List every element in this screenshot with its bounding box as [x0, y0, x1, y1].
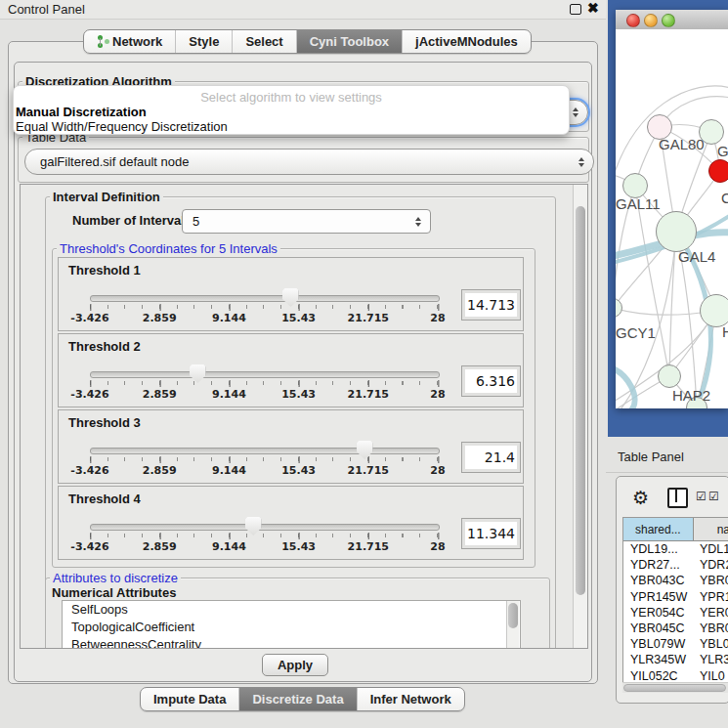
slider-track[interactable]: [90, 371, 440, 378]
scale-label: -3.426: [70, 388, 108, 401]
cell: YBR043C: [623, 574, 696, 587]
slider-track[interactable]: [90, 295, 440, 302]
threshold-4-slider[interactable]: -3.426 2.859 9.144 15.43 21.715 28: [90, 524, 438, 553]
threshold-3-value-input[interactable]: 21.4: [461, 442, 521, 473]
tab-impute-data[interactable]: Impute Data: [141, 688, 239, 710]
network-canvas[interactable]: GAL80 G GAL11 C GAL4 GCY1 H HAP2: [616, 29, 728, 408]
tab-network[interactable]: Network: [84, 30, 176, 53]
list-item[interactable]: TopologicalCoefficient: [63, 619, 520, 636]
table-header-row: shared... na: [623, 518, 728, 541]
scale-label: 9.144: [212, 388, 246, 401]
scrollbar-thumb[interactable]: [576, 206, 585, 595]
threshold-2-slider[interactable]: -3.426 2.859 9.144 15.43 21.715 28: [90, 371, 438, 401]
tab-select[interactable]: Select: [233, 30, 296, 53]
control-panel-tabs: Network Style Select Cyni Toolbox jActiv…: [83, 29, 532, 54]
table-horizontal-scrollbar[interactable]: [622, 682, 728, 693]
cell: YDL19...: [623, 542, 696, 556]
slider-scale: -3.426 2.859 9.144 15.43 21.715 28: [90, 538, 438, 552]
tab-label: Cyni Toolbox: [310, 34, 389, 49]
threshold-2-label: Threshold 2: [68, 339, 141, 354]
threshold-1-panel: Threshold 1 -3.426 2.859 9.144 15.43 21.…: [58, 257, 524, 331]
settings-scrollbar[interactable]: [573, 185, 587, 648]
table-data-selected: galFiltered.sif default node: [40, 154, 189, 169]
checkbox-icon[interactable]: ☑: [708, 490, 719, 503]
network-node-h[interactable]: [700, 294, 728, 327]
table-row[interactable]: YBR045CYBR0: [623, 621, 728, 636]
apply-button[interactable]: Apply: [262, 654, 328, 676]
window-zoom-icon[interactable]: [662, 14, 675, 27]
gear-icon[interactable]: ⚙: [632, 489, 649, 507]
column-header-name[interactable]: na: [694, 518, 728, 540]
network-window-titlebar[interactable]: [616, 10, 728, 30]
network-node-gal4[interactable]: [656, 211, 697, 252]
tab-discretize-data[interactable]: Discretize Data: [239, 688, 357, 710]
threshold-3-panel: Threshold 3 -3.426 2.859 9.144 15.43 21.…: [58, 409, 524, 484]
table-row[interactable]: YPR145WYPR1: [623, 589, 728, 605]
slider-ticks: [90, 457, 438, 461]
column-header-shared-name[interactable]: shared...: [623, 518, 694, 540]
table-row[interactable]: YER054CYER0: [623, 605, 728, 621]
threshold-3-slider[interactable]: -3.426 2.859 9.144 15.43 21.715 28: [90, 448, 438, 477]
threshold-2-value-input[interactable]: 6.316: [461, 365, 521, 397]
control-panel-titlebar: Control Panel ✖: [0, 0, 606, 20]
tab-label: Infer Network: [370, 692, 451, 707]
network-node-selected[interactable]: [708, 159, 728, 183]
scale-label: 15.43: [281, 312, 316, 324]
list-item[interactable]: SelfLoops: [63, 601, 520, 619]
slider-track[interactable]: [90, 448, 440, 454]
algorithm-option-equal-width[interactable]: Equal Width/Frequency Discretization: [16, 119, 228, 134]
tab-cyni-toolbox[interactable]: Cyni Toolbox: [297, 30, 403, 53]
tab-style[interactable]: Style: [176, 30, 233, 53]
numerical-attributes-list[interactable]: SelfLoops TopologicalCoefficient Between…: [62, 600, 521, 649]
threshold-1-slider[interactable]: -3.426 2.859 9.144 15.43 21.715 28: [90, 295, 438, 324]
interval-definition-title: Interval Definition: [50, 190, 163, 204]
table-row[interactable]: YBR043CYBR0: [623, 573, 728, 588]
scale-label: 21.715: [348, 388, 389, 401]
list-item[interactable]: BetweennessCentrality: [63, 636, 520, 649]
network-node-hap2[interactable]: [658, 364, 681, 388]
cell: YBR045C: [623, 621, 696, 635]
slider-track[interactable]: [90, 524, 440, 531]
table-row[interactable]: YLR345WYLR3: [623, 652, 728, 667]
slider-ticks: [90, 534, 438, 537]
cell: YLR3: [696, 653, 728, 666]
checkbox-icon[interactable]: ☑: [696, 490, 707, 503]
algorithm-option-manual[interactable]: Manual Discretization: [16, 105, 147, 119]
threshold-1-value-input[interactable]: 14.713: [461, 289, 521, 321]
threshold-1-label: Threshold 1: [68, 263, 141, 278]
scrollbar-thumb[interactable]: [508, 603, 518, 628]
table-panel: ⚙ ☑ ☑ shared... na YDL19...YDL1 YDR27...…: [616, 476, 728, 704]
threshold-4-value-input[interactable]: 11.344: [461, 518, 521, 549]
number-of-intervals-label: Number of Intervals: [72, 213, 192, 228]
network-node-label: GAL11: [616, 195, 661, 212]
number-of-intervals-combobox[interactable]: 5: [182, 209, 431, 234]
attributes-list-scrollbar[interactable]: [506, 601, 519, 649]
table-row[interactable]: YDR27...YDR2: [623, 557, 728, 573]
cell: YBL0: [696, 637, 728, 651]
scale-label: 28: [430, 388, 445, 401]
cell: YDL1: [696, 542, 728, 556]
network-tab-icon: [97, 35, 107, 48]
float-window-icon[interactable]: [570, 4, 581, 15]
columns-icon[interactable]: [667, 488, 688, 508]
application-window: Control Panel ✖ Network Style Select Cyn…: [0, 0, 728, 728]
close-icon[interactable]: ✖: [587, 0, 599, 16]
table-row[interactable]: YDL19...YDL1: [623, 541, 728, 557]
slider-ticks: [90, 381, 438, 385]
tab-label: Discretize Data: [252, 692, 343, 707]
scale-label: 28: [430, 312, 445, 324]
bottom-tabs: Impute Data Discretize Data Infer Networ…: [140, 687, 465, 711]
scrollbar-thumb[interactable]: [623, 684, 726, 692]
number-of-intervals-value: 5: [193, 214, 199, 229]
window-close-icon[interactable]: [626, 14, 640, 27]
scale-label: 9.144: [212, 312, 246, 324]
table-data-combobox[interactable]: galFiltered.sif default node: [24, 149, 594, 175]
scale-label: 15.43: [281, 388, 316, 401]
slider-ticks: [90, 305, 438, 309]
tab-infer-network[interactable]: Infer Network: [358, 688, 464, 710]
slider-scale: -3.426 2.859 9.144 15.43 21.715 28: [90, 310, 438, 323]
scale-label: 15.43: [281, 540, 316, 553]
tab-jactivemnodules[interactable]: jActiveMNodules: [403, 30, 531, 53]
window-minimize-icon[interactable]: [644, 14, 658, 27]
table-row[interactable]: YBL079WYBL0: [623, 636, 728, 652]
